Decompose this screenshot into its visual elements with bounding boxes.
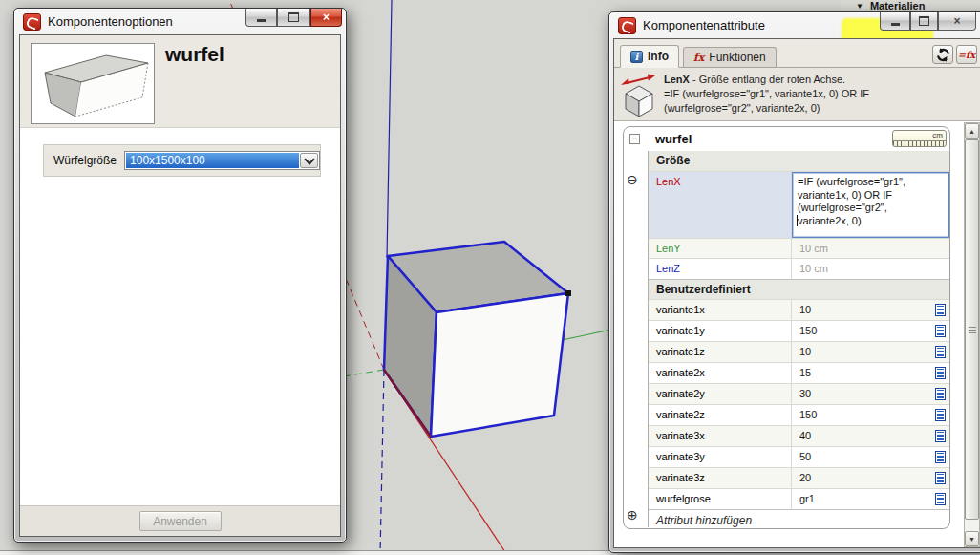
component-header: wurfel xyxy=(20,35,340,128)
list-options-icon[interactable] xyxy=(935,388,946,400)
minimize-button[interactable] xyxy=(880,12,910,31)
table-row-leny[interactable]: LenY 10 cm xyxy=(649,238,949,258)
lenx-formula-input[interactable]: =IF (wurfelgrose="gr1", variante1x, 0) O… xyxy=(792,172,949,238)
list-options-icon[interactable] xyxy=(935,472,946,484)
table-row[interactable]: varinate3y 50 xyxy=(649,446,949,467)
close-icon: × xyxy=(323,11,330,23)
scrollbar-thumb[interactable] xyxy=(965,139,979,520)
attr-value-lenz[interactable]: 10 cm xyxy=(792,259,949,279)
table-row[interactable]: variante1x 10 xyxy=(649,299,949,320)
materials-panel-label: Materialien xyxy=(870,0,925,11)
attr-name-lenz: LenZ xyxy=(649,259,792,279)
vertical-scrollbar[interactable]: ▲ ▼ xyxy=(964,122,980,547)
table-row[interactable]: varinate3z 20 xyxy=(649,467,949,488)
attributes-table: − wurfel cm ⊖ ⊕ Größe LenX xyxy=(623,126,950,529)
component-name: wurfel xyxy=(655,132,692,146)
add-attribute-row[interactable]: Attribut hinzufügen xyxy=(649,509,949,527)
attributes-table-body: Größe LenX =IF (wurfelgrose="gr1", varia… xyxy=(648,151,949,527)
table-row[interactable]: wurfelgrose gr1 xyxy=(649,488,949,509)
chevron-down-icon xyxy=(304,154,314,164)
table-row[interactable]: varinate1y 150 xyxy=(649,320,949,341)
text-caret xyxy=(797,215,798,226)
minimize-button[interactable] xyxy=(245,9,277,27)
tab-info[interactable]: i Info xyxy=(620,45,679,68)
list-options-icon[interactable] xyxy=(935,409,946,421)
table-row-lenx[interactable]: LenX =IF (wurfelgrose="gr1", variante1x,… xyxy=(649,171,949,238)
list-options-icon[interactable] xyxy=(935,325,946,337)
equals-fx-icon: =fx xyxy=(958,50,976,60)
attr-name-leny: LenY xyxy=(649,239,792,258)
attribute-info-panel: LenX - Größe entlang der roten Achse. =I… xyxy=(614,68,980,121)
tab-funktionen-label: Funktionen xyxy=(709,51,765,64)
component-options-window: Komponentenoptionen × wurfel Würfelgröße xyxy=(13,8,347,543)
blue-axis xyxy=(387,0,392,258)
units-label: cm xyxy=(893,131,946,139)
table-row[interactable]: varinate3x 40 xyxy=(649,425,949,446)
sketchup-app-icon xyxy=(23,13,41,31)
apply-button[interactable]: Anwenden xyxy=(139,511,222,531)
scroll-up-button[interactable]: ▲ xyxy=(965,123,979,139)
tab-funktionen[interactable]: fx Funktionen xyxy=(683,47,777,67)
table-row[interactable]: varinate2x 15 xyxy=(649,362,949,383)
minimize-icon xyxy=(257,19,266,22)
collapse-component-toggle[interactable]: − xyxy=(629,134,640,144)
dropdown-arrow-button[interactable] xyxy=(300,153,318,168)
table-row[interactable]: varinate1z 10 xyxy=(649,341,949,362)
list-options-icon[interactable] xyxy=(935,451,946,463)
list-options-icon[interactable] xyxy=(935,493,946,505)
component-attributes-titlebar[interactable]: Komponentenattribute × xyxy=(609,12,980,38)
table-row[interactable]: varinate2y 30 xyxy=(649,383,949,404)
close-icon: × xyxy=(953,15,960,27)
thumbnail-cube-icon xyxy=(32,44,152,121)
tab-info-label: Info xyxy=(648,50,669,63)
list-options-icon[interactable] xyxy=(935,430,946,442)
attr-name-lenx: LenX xyxy=(649,172,792,238)
collapse-attribute-icon[interactable]: ⊖ xyxy=(627,173,638,186)
component-options-titlebar[interactable]: Komponentenoptionen × xyxy=(14,9,346,34)
list-options-icon[interactable] xyxy=(935,346,946,358)
window-title: Komponentenattribute xyxy=(643,18,765,32)
fx-icon: fx xyxy=(693,52,704,64)
add-attribute-icon[interactable]: ⊕ xyxy=(627,508,638,522)
info-icon: i xyxy=(630,51,643,63)
selected-cube[interactable] xyxy=(384,242,568,437)
units-badge[interactable]: cm xyxy=(892,130,947,147)
section-custom: Benutzerdefiniert xyxy=(649,279,949,299)
attributes-area: − wurfel cm ⊖ ⊕ Größe LenX xyxy=(614,121,980,547)
list-options-icon[interactable] xyxy=(935,304,946,316)
scrollbar-grip-icon xyxy=(969,327,976,333)
options-footer: Anwenden xyxy=(20,505,340,536)
tab-strip: i Info fx Funktionen =fx xyxy=(614,44,980,68)
close-button[interactable]: × xyxy=(310,9,342,27)
component-options-client: wurfel Würfelgröße 100x1500x100 Anwenden xyxy=(19,34,341,537)
table-row-lenz[interactable]: LenZ 10 cm xyxy=(649,258,949,279)
size-dropdown-value: 100x1500x100 xyxy=(126,153,299,168)
scroll-down-button[interactable]: ▼ xyxy=(965,531,979,546)
refresh-icon xyxy=(936,48,950,62)
maximize-icon xyxy=(919,16,929,26)
minimize-icon xyxy=(891,23,900,26)
component-attributes-client: i Info fx Funktionen =fx xyxy=(613,38,980,548)
list-options-icon[interactable] xyxy=(935,367,946,379)
blue-axis-dashed xyxy=(380,370,384,555)
component-thumbnail xyxy=(31,43,155,124)
table-row[interactable]: varinate2z 150 xyxy=(649,404,949,425)
dimension-cube-icon xyxy=(620,73,658,121)
ruler-icon xyxy=(893,140,946,147)
options-panel: Würfelgröße 100x1500x100 xyxy=(43,144,321,177)
selection-endpoint xyxy=(565,290,571,296)
maximize-button[interactable] xyxy=(277,9,310,27)
toggle-formula-view-button[interactable]: =fx xyxy=(956,45,977,64)
component-table-header: − wurfel cm xyxy=(624,127,949,151)
attribute-name: LenX xyxy=(664,74,690,85)
size-field-label: Würfelgröße xyxy=(53,154,117,167)
close-button[interactable]: × xyxy=(938,12,976,31)
size-dropdown[interactable]: 100x1500x100 xyxy=(124,151,320,170)
component-attributes-window: Komponentenattribute × i Info fx Funktio… xyxy=(608,11,980,553)
component-name: wurfel xyxy=(165,43,224,66)
maximize-button[interactable] xyxy=(910,12,938,31)
attribute-description: LenX - Größe entlang der roten Achse. =I… xyxy=(664,73,980,116)
refresh-button[interactable] xyxy=(932,45,953,64)
attr-value-leny[interactable]: 10 cm xyxy=(792,239,949,258)
sketchup-app-icon xyxy=(618,17,636,34)
